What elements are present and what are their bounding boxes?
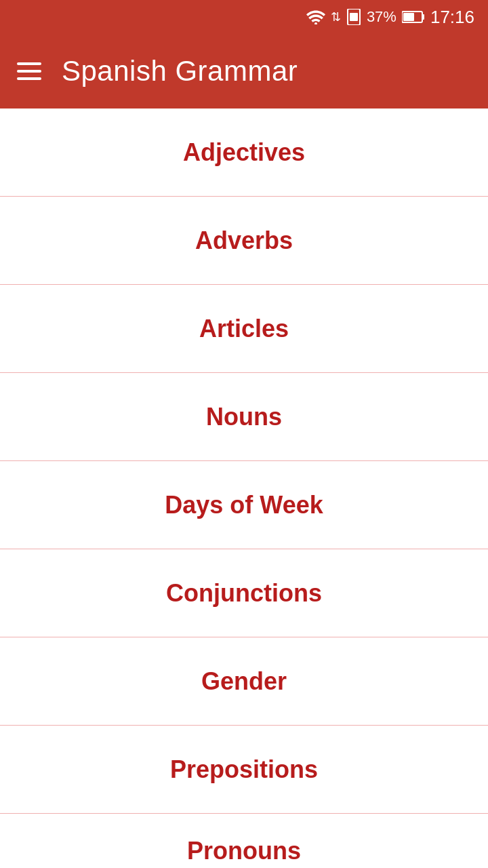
svg-point-0	[314, 22, 317, 24]
data-arrows-icon: ⇅	[331, 9, 341, 24]
app-bar: Spanish Grammar	[0, 34, 488, 108]
menu-item-days-of-week[interactable]: Days of Week	[0, 461, 488, 549]
hamburger-line-3	[17, 77, 41, 80]
menu-item-articles[interactable]: Articles	[0, 285, 488, 373]
menu-item-adjectives[interactable]: Adjectives	[0, 108, 488, 197]
menu-item-pronouns[interactable]: Pronouns	[0, 814, 488, 868]
menu-item-label-conjunctions: Conjunctions	[166, 579, 322, 608]
app-title: Spanish Grammar	[62, 55, 298, 87]
menu-item-label-adverbs: Adverbs	[195, 226, 293, 255]
svg-rect-4	[422, 14, 424, 20]
menu-item-label-days-of-week: Days of Week	[165, 491, 323, 519]
menu-item-label-gender: Gender	[201, 667, 287, 696]
svg-rect-2	[350, 13, 358, 21]
hamburger-line-2	[17, 70, 41, 73]
sim-icon	[346, 9, 361, 25]
battery-percentage: 37%	[367, 8, 396, 26]
status-bar: ⇅ 37% 17:16	[0, 0, 488, 34]
menu-item-label-adjectives: Adjectives	[183, 138, 305, 167]
menu-item-conjunctions[interactable]: Conjunctions	[0, 549, 488, 637]
clock: 17:16	[430, 7, 474, 28]
wifi-icon	[306, 9, 325, 24]
hamburger-menu-button[interactable]	[17, 62, 41, 80]
menu-item-adverbs[interactable]: Adverbs	[0, 197, 488, 285]
hamburger-line-1	[17, 62, 41, 65]
status-icons: ⇅ 37% 17:16	[306, 7, 474, 28]
menu-item-gender[interactable]: Gender	[0, 637, 488, 726]
menu-item-label-pronouns: Pronouns	[187, 837, 301, 865]
menu-item-prepositions[interactable]: Prepositions	[0, 726, 488, 814]
svg-rect-5	[403, 13, 414, 21]
battery-icon	[402, 11, 425, 23]
menu-item-label-prepositions: Prepositions	[170, 755, 318, 784]
menu-item-label-articles: Articles	[199, 315, 289, 343]
grammar-menu-list: AdjectivesAdverbsArticlesNounsDays of We…	[0, 108, 488, 868]
menu-item-nouns[interactable]: Nouns	[0, 373, 488, 461]
menu-item-label-nouns: Nouns	[206, 403, 282, 431]
